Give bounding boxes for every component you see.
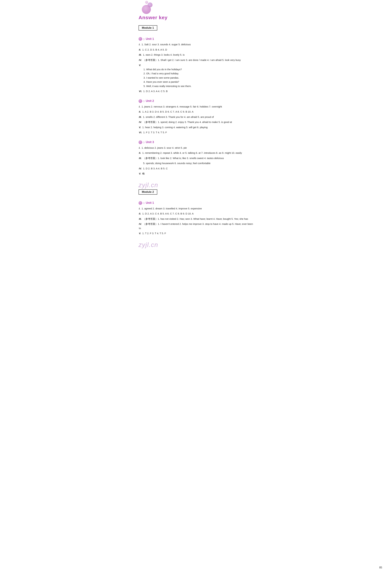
unit3-section-IV: IV. 1. D 2. B 3. A 4. B 5. C (139, 166, 253, 171)
label-VI: VI. (139, 90, 142, 93)
unit1-title: Unit 1 (146, 37, 154, 41)
mod2-unit1-IV: IV. （参考答案）1. I haven't entered 2. helps … (139, 222, 253, 230)
content-IV: （参考答案）1. Shall I get 2. I am sure 3. are… (143, 59, 241, 61)
unit1-header: ◇ Unit 1 (139, 37, 253, 41)
mod2-unit1-V: V. 1. T 2. F 3. T 4. T 5. F (139, 231, 253, 235)
content-II: 1. C 2. D 3. B 4. A 5. D (142, 48, 167, 51)
unit2-section-IV: IV. （参考答案）1. spend; doing 2. enjoy 3. Th… (139, 120, 253, 124)
unit2-arrow: ◇ (143, 100, 145, 102)
watermark2: zyjl.cn (139, 241, 253, 248)
module1-box: Module 1 (139, 25, 157, 31)
unit1-section-III: III. 1. ears 2. things 3. looks 4. lovel… (139, 53, 253, 57)
mod2-unit1-II: II. 1. D 2. A 3. C 4. B 5. A 6. C 7. C 8… (139, 211, 253, 216)
label-II: II. (139, 48, 141, 51)
mod2-unit1-title: Unit 1 (146, 201, 154, 205)
unit1-section-V: V. 1. What did you do in the holidays? 2… (139, 63, 253, 88)
answer-key-title: Answer key (139, 7, 253, 20)
v-line2: 2. Oh, I had a very good holiday. (144, 71, 253, 76)
mod2-unit1-arrow: ◇ (143, 201, 145, 205)
v-line4: 4. Have you ever seen a panda? (144, 80, 253, 84)
unit2-section-VI: VI. 1. F 2. T 3. T 4. T 5. F (139, 130, 253, 135)
v-line3: 3. I wanted to see some pandas. (144, 76, 253, 80)
unit2-block: ◇ Unit 2 I. 1. jeans 2. nervous 3. stran… (139, 99, 253, 137)
unit2-section-V: V. 1. hear 2. helping 3. coming 4. water… (139, 125, 253, 129)
unit1-dot (139, 37, 142, 41)
unit3-header: ◇ Unit 3 (139, 141, 253, 144)
unit1-arrow: ◇ (143, 37, 145, 41)
content-I: 1. Salt 2. sour 3. sounds 4. sugar 5. de… (142, 43, 191, 46)
header-area: Answer key (139, 7, 253, 20)
unit3-section-V: V. 略 (139, 171, 253, 176)
unit2-section-II: II. 1. A 2. B 3. D 4. B 5. D 6. C 7. A 8… (139, 110, 253, 114)
watermark1: zyjl.cn (139, 182, 253, 189)
unit2-title: Unit 2 (146, 99, 154, 103)
unit3-section-III: III. （参考答案）1. look like 2. What is; like… (139, 156, 253, 160)
label-V: V. (139, 64, 141, 66)
bubble1 (142, 5, 151, 14)
bubble3 (145, 1, 148, 4)
unit3-dot (139, 141, 142, 144)
unit3-block: ◇ Unit 3 I. 1. delicious 2. jeans 3. sou… (139, 141, 253, 178)
content-VI: 1. D 2. A 3. A 4. C 5. B (143, 90, 168, 93)
mod2-unit1-I: I. 1. agreed 2. dream 3. travelled 4. im… (139, 206, 253, 211)
unit1-section-IV: IV. （参考答案）1. Shall I get 2. I am sure 3.… (139, 58, 253, 62)
unit3-section-II: II. 1. remembering 2. repeat 3. while 4.… (139, 151, 253, 155)
unit1-section-VI: VI. 1. D 2. A 3. A 4. C 5. B (139, 89, 253, 93)
unit2-header: ◇ Unit 2 (139, 99, 253, 103)
v-line1: 1. What did you do in the holidays? (144, 67, 253, 72)
unit1-section-I: I. 1. Salt 2. sour 3. sounds 4. sugar 5.… (139, 42, 253, 47)
label-III: III. (139, 53, 142, 56)
unit1-V-lines: 1. What did you do in the holidays? 2. O… (139, 67, 253, 88)
v-line5: 5. Well, it was really interesting to se… (144, 84, 253, 88)
label-I: I. (139, 43, 140, 46)
unit2-dot (139, 99, 142, 103)
mod2-unit1-header: ◇ Unit 1 (139, 201, 253, 205)
unit1-block: ◇ Unit 1 I. 1. Salt 2. sour 3. sounds 4.… (139, 37, 253, 96)
unit3-section-III-cont: 5. spends; doing housework 6. sounds noi… (139, 161, 253, 165)
unit2-section-III: III. 1. smells 2. different 3. Thank you… (139, 115, 253, 119)
unit3-arrow: ◇ (143, 141, 145, 144)
unit3-title: Unit 3 (146, 141, 154, 144)
mod2-unit1-III: III. （参考答案）1. has not visited 2. Has; wo… (139, 217, 253, 221)
unit2-section-I: I. 1. jeans 2. nervous 3. strangers 4. m… (139, 104, 253, 109)
unit3-section-I: I. 1. delicious 2. jeans 3. sour 4. stri… (139, 146, 253, 150)
mod2-unit1-dot (139, 201, 142, 205)
module2-box: Module 2 (139, 189, 157, 195)
content-III: 1. ears 2. things 3. looks 4. lovely 5. … (143, 53, 185, 56)
label-IV: IV. (139, 59, 142, 61)
unit1-section-II: II. 1. C 2. D 3. B 4. A 5. D (139, 48, 253, 52)
mod2-unit1-block: ◇ Unit 1 I. 1. agreed 2. dream 3. travel… (139, 201, 253, 238)
